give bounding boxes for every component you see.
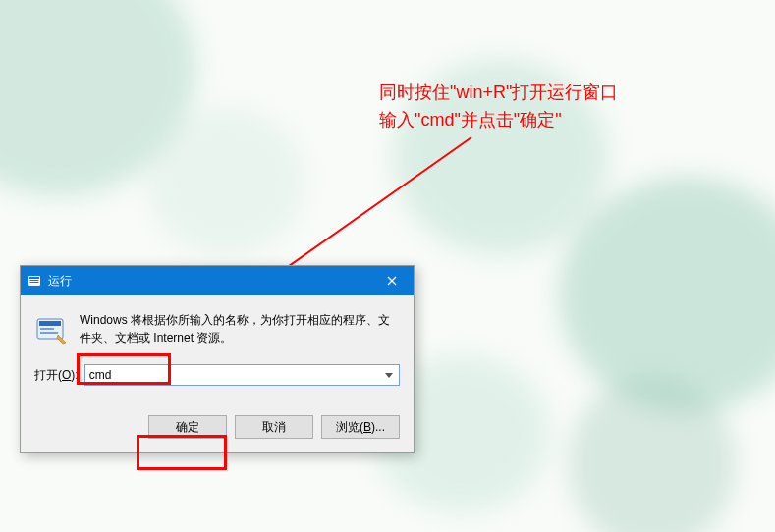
cancel-button[interactable]: 取消 [235,415,313,439]
dialog-description: Windows 将根据你所输入的名称，为你打开相应的程序、文件夹、文档或 Int… [80,311,400,346]
svg-rect-14 [40,332,58,334]
open-row: 打开(O): [34,364,400,386]
dialog-top-row: Windows 将根据你所输入的名称，为你打开相应的程序、文件夹、文档或 Int… [34,311,400,346]
open-input[interactable] [84,364,400,386]
titlebar[interactable]: 运行 [21,266,414,295]
svg-rect-7 [30,280,39,281]
dialog-body: Windows 将根据你所输入的名称，为你打开相应的程序、文件夹、文档或 Int… [21,295,414,452]
bg-decoration [147,108,304,255]
ok-button[interactable]: 确定 [148,415,227,439]
browse-button[interactable]: 浏览(B)... [321,415,400,439]
svg-rect-8 [30,282,39,283]
svg-rect-12 [39,321,61,326]
bg-decoration [0,0,196,196]
run-dialog-icon [34,313,68,346]
annotation-line1: 同时按住"win+R"打开运行窗口 [379,79,618,106]
open-input-wrap [84,364,400,386]
close-icon [387,273,397,289]
svg-rect-13 [40,328,54,330]
annotation-line2: 输入"cmd"并点击"确定" [379,106,618,133]
bg-decoration [569,375,736,532]
open-label: 打开(O): [34,367,79,384]
bg-decoration [559,177,775,412]
run-titlebar-icon [27,273,42,289]
svg-rect-6 [29,277,39,279]
annotation-text: 同时按住"win+R"打开运行窗口 输入"cmd"并点击"确定" [379,79,618,133]
button-row: 确定 取消 浏览(B)... [34,415,400,439]
titlebar-title: 运行 [48,273,72,290]
close-button[interactable] [369,266,414,295]
run-dialog: 运行 Windows 将根据你所输入的名称，为你打开相 [20,265,415,453]
